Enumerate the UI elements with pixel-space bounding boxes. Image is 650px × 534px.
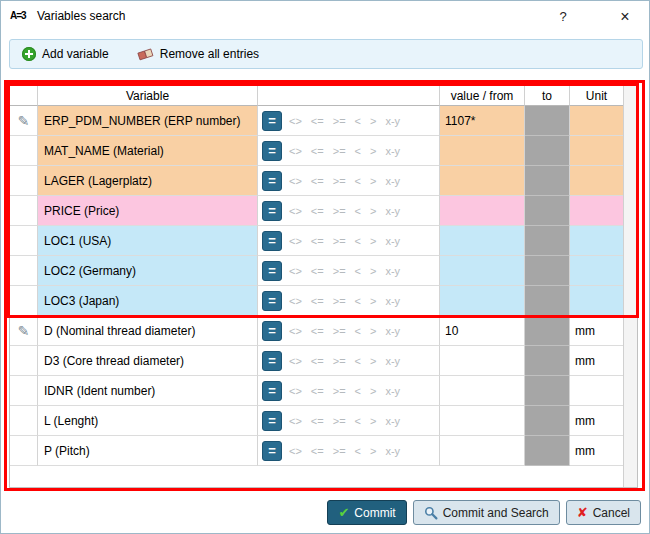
value-from-field[interactable]	[440, 256, 525, 286]
operator-range[interactable]: x-y	[385, 445, 400, 457]
operator-less-or-equal[interactable]: <=	[311, 235, 324, 247]
edit-pencil-icon[interactable]: ✎	[18, 323, 30, 339]
operator-less-or-equal[interactable]: <=	[311, 145, 324, 157]
operator-greater-than[interactable]: >	[370, 325, 376, 337]
operator-less-than[interactable]: <	[355, 415, 361, 427]
value-from-field[interactable]	[440, 376, 525, 406]
operator-equals[interactable]: =	[262, 231, 282, 251]
operator-equals[interactable]: =	[262, 111, 282, 131]
value-from-field[interactable]	[440, 226, 525, 256]
operator-equals[interactable]: =	[262, 321, 282, 341]
variable-name-cell[interactable]: LOC1 (USA)	[38, 226, 258, 256]
variable-name-cell[interactable]: D3 (Core thread diameter)	[38, 346, 258, 376]
close-button[interactable]: ×	[615, 7, 635, 27]
commit-button[interactable]: ✔ Commit	[327, 500, 406, 525]
operator-greater-or-equal[interactable]: >=	[333, 115, 346, 127]
operator-greater-or-equal[interactable]: >=	[333, 265, 346, 277]
operator-greater-than[interactable]: >	[370, 295, 376, 307]
add-variable-button[interactable]: Add variable	[22, 47, 109, 61]
operator-not-equals[interactable]: <>	[289, 235, 302, 247]
operator-greater-than[interactable]: >	[370, 265, 376, 277]
operator-range[interactable]: x-y	[385, 415, 400, 427]
operator-range[interactable]: x-y	[385, 295, 400, 307]
operator-equals[interactable]: =	[262, 291, 282, 311]
operator-not-equals[interactable]: <>	[289, 385, 302, 397]
operator-less-than[interactable]: <	[355, 205, 361, 217]
value-from-field[interactable]	[440, 166, 525, 196]
variable-name-cell[interactable]: L (Lenght)	[38, 406, 258, 436]
operator-less-than[interactable]: <	[355, 115, 361, 127]
operator-less-than[interactable]: <	[355, 145, 361, 157]
help-button[interactable]: ?	[553, 7, 573, 27]
value-from-field[interactable]	[440, 406, 525, 436]
operator-range[interactable]: x-y	[385, 385, 400, 397]
operator-range[interactable]: x-y	[385, 205, 400, 217]
operator-equals[interactable]: =	[262, 171, 282, 191]
operator-greater-or-equal[interactable]: >=	[333, 355, 346, 367]
variable-name-cell[interactable]: ERP_PDM_NUMBER (ERP number)	[38, 106, 258, 136]
operator-not-equals[interactable]: <>	[289, 325, 302, 337]
operator-greater-or-equal[interactable]: >=	[333, 145, 346, 157]
variable-name-cell[interactable]: LOC3 (Japan)	[38, 286, 258, 316]
operator-less-or-equal[interactable]: <=	[311, 415, 324, 427]
operator-less-or-equal[interactable]: <=	[311, 115, 324, 127]
operator-less-or-equal[interactable]: <=	[311, 265, 324, 277]
operator-not-equals[interactable]: <>	[289, 355, 302, 367]
operator-greater-than[interactable]: >	[370, 145, 376, 157]
operator-less-than[interactable]: <	[355, 445, 361, 457]
value-from-field[interactable]: 10	[440, 316, 525, 346]
operator-less-or-equal[interactable]: <=	[311, 385, 324, 397]
operator-greater-or-equal[interactable]: >=	[333, 385, 346, 397]
operator-greater-or-equal[interactable]: >=	[333, 205, 346, 217]
remove-all-entries-button[interactable]: Remove all entries	[137, 47, 259, 61]
operator-greater-than[interactable]: >	[370, 235, 376, 247]
variable-name-cell[interactable]: D (Nominal thread diameter)	[38, 316, 258, 346]
operator-less-than[interactable]: <	[355, 175, 361, 187]
operator-greater-than[interactable]: >	[370, 445, 376, 457]
operator-greater-or-equal[interactable]: >=	[333, 295, 346, 307]
operator-equals[interactable]: =	[262, 201, 282, 221]
variable-name-cell[interactable]: MAT_NAME (Material)	[38, 136, 258, 166]
value-from-field[interactable]: 1107*	[440, 106, 525, 136]
operator-less-or-equal[interactable]: <=	[311, 205, 324, 217]
operator-equals[interactable]: =	[262, 261, 282, 281]
operator-greater-or-equal[interactable]: >=	[333, 325, 346, 337]
operator-greater-or-equal[interactable]: >=	[333, 175, 346, 187]
operator-not-equals[interactable]: <>	[289, 415, 302, 427]
operator-not-equals[interactable]: <>	[289, 175, 302, 187]
operator-greater-or-equal[interactable]: >=	[333, 235, 346, 247]
operator-less-or-equal[interactable]: <=	[311, 175, 324, 187]
operator-greater-than[interactable]: >	[370, 355, 376, 367]
vertical-scrollbar[interactable]	[623, 86, 637, 487]
operator-less-or-equal[interactable]: <=	[311, 445, 324, 457]
commit-and-search-button[interactable]: Commit and Search	[413, 500, 560, 525]
operator-not-equals[interactable]: <>	[289, 205, 302, 217]
variable-name-cell[interactable]: LAGER (Lagerplatz)	[38, 166, 258, 196]
operator-not-equals[interactable]: <>	[289, 115, 302, 127]
operator-equals[interactable]: =	[262, 141, 282, 161]
operator-less-than[interactable]: <	[355, 235, 361, 247]
operator-not-equals[interactable]: <>	[289, 145, 302, 157]
operator-less-or-equal[interactable]: <=	[311, 355, 324, 367]
operator-range[interactable]: x-y	[385, 235, 400, 247]
operator-greater-than[interactable]: >	[370, 115, 376, 127]
operator-range[interactable]: x-y	[385, 265, 400, 277]
operator-less-or-equal[interactable]: <=	[311, 325, 324, 337]
operator-equals[interactable]: =	[262, 381, 282, 401]
variable-name-cell[interactable]: PRICE (Price)	[38, 196, 258, 226]
cancel-button[interactable]: ✘ Cancel	[566, 500, 641, 525]
operator-greater-or-equal[interactable]: >=	[333, 415, 346, 427]
variable-name-cell[interactable]: LOC2 (Germany)	[38, 256, 258, 286]
operator-less-than[interactable]: <	[355, 355, 361, 367]
operator-range[interactable]: x-y	[385, 115, 400, 127]
operator-not-equals[interactable]: <>	[289, 445, 302, 457]
operator-not-equals[interactable]: <>	[289, 265, 302, 277]
value-from-field[interactable]	[440, 346, 525, 376]
variable-name-cell[interactable]: P (Pitch)	[38, 436, 258, 466]
operator-less-than[interactable]: <	[355, 385, 361, 397]
operator-not-equals[interactable]: <>	[289, 295, 302, 307]
value-from-field[interactable]	[440, 436, 525, 466]
value-from-field[interactable]	[440, 286, 525, 316]
operator-equals[interactable]: =	[262, 441, 282, 461]
operator-range[interactable]: x-y	[385, 355, 400, 367]
